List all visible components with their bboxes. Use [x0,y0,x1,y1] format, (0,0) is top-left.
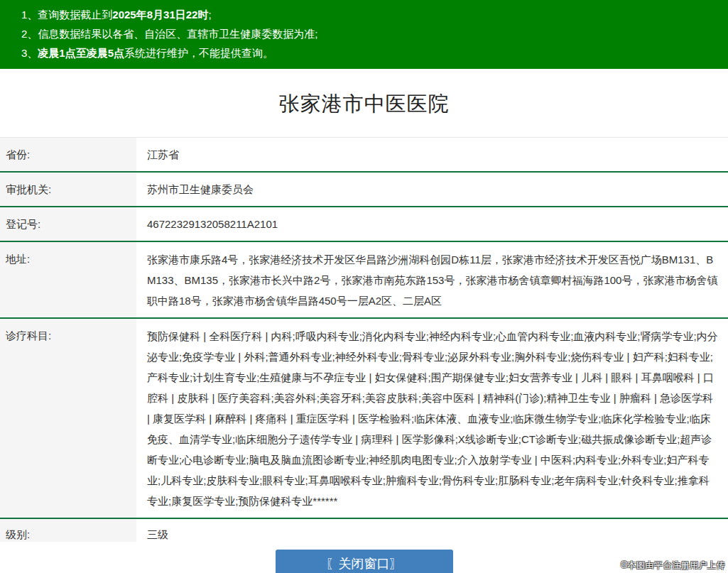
row-value: 46722329132058211A2101 [136,207,728,241]
row-label: 登记号: [0,207,136,241]
notice-number: 1、 [21,9,38,21]
table-row: 省份:江苏省 [0,138,728,173]
notice-text: ; [208,9,211,21]
row-label: 级别: [0,519,136,542]
row-label: 诊疗科目: [0,319,136,518]
footer: 〖关闭窗口〗 [0,550,728,573]
page-title: 张家港市中医医院 [0,90,728,119]
notice-line-3: 3、凌晨1点至凌晨5点系统进行维护，不能提供查询。 [21,43,728,62]
notice-number: 2、 [21,28,38,40]
notice-bold-text: 2025年8月31日22时 [112,9,208,21]
row-label: 省份: [0,138,136,171]
notice-text: 系统进行维护，不能提供查询。 [124,47,273,59]
table-row: 审批机关:苏州市卫生健康委员会 [0,173,728,207]
row-value: 张家港市康乐路4号，张家港经济技术开发区华昌路沙洲湖科创园D栋11层，张家港市经… [136,242,728,317]
row-value: 三级 [136,519,728,542]
notice-text: 查询数据截止到 [38,9,112,21]
info-table: 省份:江苏省审批机关:苏州市卫生健康委员会登记号:467223291320582… [0,137,728,542]
row-value: 苏州市卫生健康委员会 [136,173,728,206]
table-row: 地址:张家港市康乐路4号，张家港经济技术开发区华昌路沙洲湖科创园D栋11层，张家… [0,242,728,319]
notice-line-2: 2、信息数据结果以各省、自治区、直辖市卫生健康委数据为准; [21,24,728,43]
table-row: 登记号:46722329132058211A2101 [0,207,728,242]
table-row: 诊疗科目:预防保健科 | 全科医疗科 | 内科;呼吸内科专业;消化内科专业;神经… [0,319,728,519]
notice-text: 信息数据结果以各省、自治区、直辖市卫生健康委数据为准; [38,28,317,40]
hospital-detail-page: 1、查询数据截止到2025年8月31日22时; 2、信息数据结果以各省、自治区、… [0,0,728,573]
uploader-credit: ©本图由平台注册用户上传 [621,560,725,572]
row-value: 江苏省 [136,138,728,171]
notice-number: 3、 [21,47,38,59]
row-label: 审批机关: [0,173,136,206]
close-window-button[interactable]: 〖关闭窗口〗 [276,550,453,573]
row-label: 地址: [0,242,136,317]
table-row: 级别:三级 [0,519,728,542]
notice-line-1: 1、查询数据截止到2025年8月31日22时; [21,5,728,24]
notice-banner: 1、查询数据截止到2025年8月31日22时; 2、信息数据结果以各省、自治区、… [0,0,728,69]
notice-bold-text: 凌晨1点至凌晨5点 [38,47,124,59]
row-value: 预防保健科 | 全科医疗科 | 内科;呼吸内科专业;消化内科专业;神经内科专业;… [136,319,728,518]
